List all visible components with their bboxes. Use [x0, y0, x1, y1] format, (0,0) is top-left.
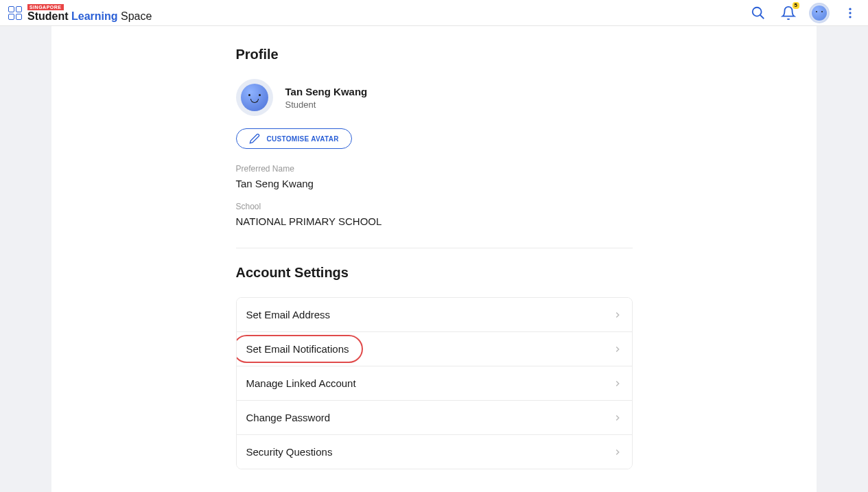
logo-word-learning: Learning [71, 10, 118, 22]
account-settings-list: Set Email Address Set Email Notification… [236, 297, 633, 469]
more-menu-button[interactable] [841, 3, 860, 23]
account-settings-title: Account Settings [236, 265, 633, 281]
svg-line-1 [760, 14, 764, 19]
settings-item-label: Security Questions [246, 446, 333, 458]
customise-avatar-label: CUSTOMISE AVATAR [267, 135, 339, 143]
profile-role: Student [285, 99, 368, 110]
more-vertical-icon [843, 6, 857, 20]
user-avatar-button[interactable] [809, 3, 830, 23]
logo[interactable]: SINGAPORE Student Learning Space [8, 4, 152, 22]
settings-item-change-password[interactable]: Change Password [237, 401, 632, 435]
search-icon [751, 5, 766, 21]
svg-point-0 [753, 7, 762, 16]
settings-item-email-notifications[interactable]: Set Email Notifications [237, 332, 632, 366]
notifications-button[interactable]: 5 [779, 3, 798, 23]
chevron-right-icon [613, 379, 622, 388]
section-divider [236, 248, 633, 248]
chevron-right-icon [613, 447, 622, 457]
settings-item-label: Set Email Notifications [246, 343, 349, 355]
chevron-right-icon [613, 310, 622, 320]
main-content: Profile Tan Seng Kwang Student CUSTOMISE… [51, 26, 817, 492]
avatar-face-icon [812, 5, 827, 21]
settings-item-label: Change Password [246, 412, 331, 423]
profile-avatar [236, 79, 273, 116]
preferred-name-value: Tan Seng Kwang [236, 178, 633, 189]
svg-point-2 [849, 8, 851, 10]
school-label: School [236, 202, 633, 211]
chevron-right-icon [613, 344, 622, 354]
notification-badge: 5 [793, 2, 799, 9]
logo-tag: SINGAPORE [27, 4, 64, 10]
settings-item-security-questions[interactable]: Security Questions [237, 435, 632, 469]
search-button[interactable] [749, 3, 768, 23]
profile-header: Tan Seng Kwang Student [236, 79, 633, 116]
profile-section-title: Profile [236, 47, 633, 62]
chevron-right-icon [613, 413, 622, 423]
app-header: SINGAPORE Student Learning Space 5 [0, 0, 868, 26]
highlight-annotation: Set Email Notifications [236, 335, 363, 363]
logo-text: SINGAPORE Student Learning Space [27, 4, 152, 22]
logo-grid-icon [8, 6, 22, 20]
school-value: NATIONAL PRIMARY SCHOOL [236, 215, 633, 227]
preferred-name-label: Preferred Name [236, 164, 633, 174]
logo-word-student: Student [27, 10, 69, 22]
pencil-icon [249, 133, 260, 144]
avatar-face-icon [241, 84, 268, 111]
profile-name: Tan Seng Kwang [285, 86, 368, 97]
svg-point-4 [849, 16, 851, 18]
header-actions: 5 [749, 3, 860, 23]
settings-item-label: Set Email Address [246, 309, 331, 320]
logo-word-space: Space [121, 10, 152, 22]
settings-item-linked-account[interactable]: Manage Linked Account [237, 366, 632, 401]
settings-item-label: Manage Linked Account [246, 377, 356, 389]
settings-item-email-address[interactable]: Set Email Address [237, 298, 632, 332]
svg-point-3 [849, 12, 851, 14]
customise-avatar-button[interactable]: CUSTOMISE AVATAR [236, 128, 352, 149]
